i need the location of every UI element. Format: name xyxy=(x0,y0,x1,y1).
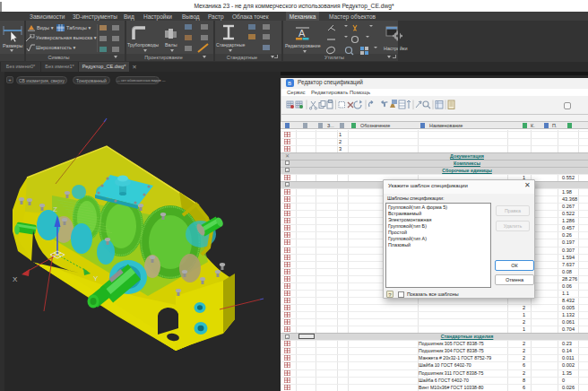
svg-text:A: A xyxy=(298,28,306,39)
svg-text:Y: Y xyxy=(93,274,99,282)
svg-text:X: X xyxy=(13,275,18,283)
svg-text:Z: Z xyxy=(53,205,57,213)
